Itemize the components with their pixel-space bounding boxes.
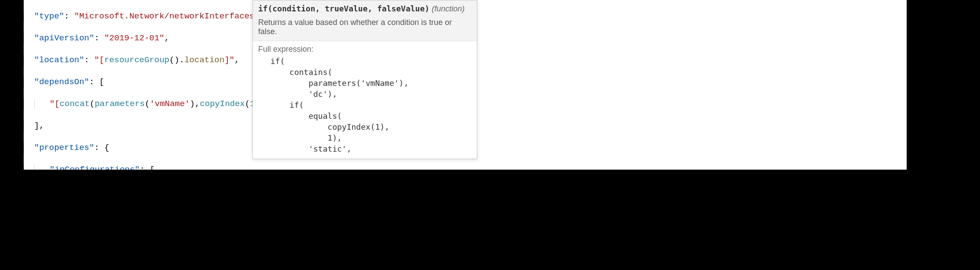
function-name: concat	[60, 99, 90, 109]
function-name: parameters	[95, 99, 145, 109]
code-line[interactable]: "apiVersion": "2019-12-01",	[24, 33, 980, 44]
json-key: "type"	[34, 11, 64, 21]
tooltip-description: Returns a value based on whether a condi…	[258, 14, 472, 39]
code-line[interactable]: "properties": {	[24, 142, 980, 153]
code-line[interactable]: "type": "Microsoft.Network/networkInterf…	[24, 11, 980, 22]
tooltip-expression-label: Full expression:	[258, 45, 472, 54]
tooltip-type-label: (function)	[432, 4, 465, 13]
tooltip-expression: if( contains( parameters('vmName'), 'dc'…	[258, 56, 472, 154]
expr-bracket: "[	[50, 99, 60, 109]
left-black-margin	[0, 0, 24, 170]
string-arg: 'vmName'	[150, 99, 190, 109]
json-key: "properties"	[34, 143, 94, 153]
code-line[interactable]: "location": "[resourceGroup().location]"…	[24, 55, 980, 66]
json-key: "location"	[34, 55, 84, 65]
right-black-margin	[907, 0, 980, 170]
expr-bracket: ]"	[224, 55, 234, 65]
code-line[interactable]: "dependsOn": [	[24, 77, 980, 88]
tooltip-body: Full expression: if( contains( parameter…	[253, 41, 477, 159]
property: location	[184, 55, 224, 65]
function-name: copyIndex	[200, 99, 245, 109]
code-line[interactable]: ],	[24, 121, 980, 131]
json-string: "Microsoft.Network/networkInterfaces"	[74, 11, 259, 21]
json-key: "dependsOn"	[34, 77, 89, 87]
tooltip-signature: if(condition, trueValue, falseValue)	[258, 4, 429, 13]
expr-bracket: "[	[94, 55, 104, 65]
code-line[interactable]: "[concat(parameters('vmName'),copyIndex(…	[24, 99, 980, 110]
tooltip-header: if(condition, trueValue, falseValue) (fu…	[253, 0, 477, 41]
json-string: "2019-12-01"	[104, 33, 164, 43]
function-name: resourceGroup	[104, 55, 169, 65]
hover-tooltip: if(condition, trueValue, falseValue) (fu…	[252, 0, 477, 159]
json-key: "apiVersion"	[34, 33, 94, 43]
bottom-black-bar	[0, 170, 980, 270]
